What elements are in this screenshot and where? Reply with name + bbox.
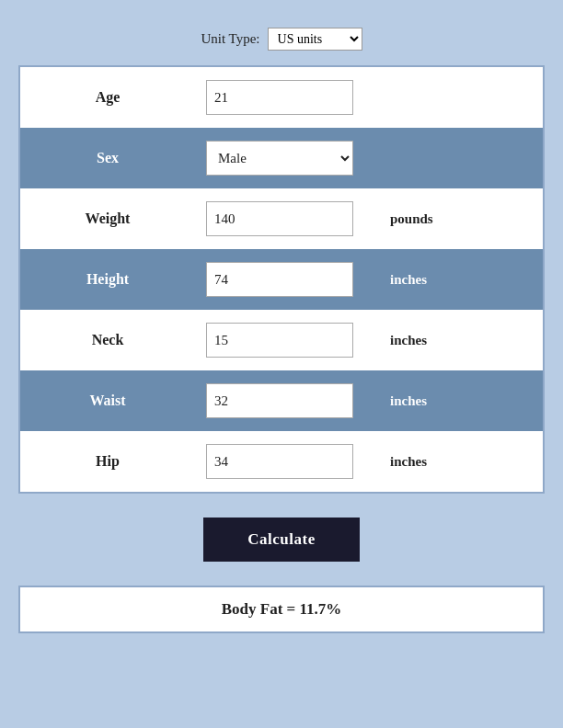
label-neck: Neck xyxy=(20,310,195,370)
unit-weight: pounds xyxy=(379,188,543,249)
calculate-button[interactable]: Calculate xyxy=(203,518,359,562)
form-row-neck: Neckinches xyxy=(20,310,543,370)
input-neck[interactable] xyxy=(206,323,353,358)
input-waist[interactable] xyxy=(206,383,353,418)
form-table-wrapper: AgeSexMaleFemaleWeightpoundsHeightinches… xyxy=(18,65,545,494)
unit-type-select[interactable]: US unitsMetric units xyxy=(268,28,362,51)
input-cell-weight xyxy=(195,188,379,249)
form-row-height: Heightinches xyxy=(20,249,543,310)
label-age: Age xyxy=(20,67,195,128)
form-row-sex: SexMaleFemale xyxy=(20,128,543,188)
result-display: Body Fat = 11.7% xyxy=(18,586,545,633)
input-hip[interactable] xyxy=(206,444,353,479)
label-hip: Hip xyxy=(20,431,195,492)
calc-btn-wrapper: Calculate xyxy=(18,508,545,571)
unit-type-label: Unit Type: xyxy=(201,31,259,47)
label-sex: Sex xyxy=(20,128,195,188)
unit-age xyxy=(379,67,543,128)
input-cell-sex: MaleFemale xyxy=(195,128,379,188)
unit-neck: inches xyxy=(379,310,543,370)
page-wrapper: Unit Type: US unitsMetric units AgeSexMa… xyxy=(18,28,545,633)
input-cell-neck xyxy=(195,310,379,370)
input-cell-age xyxy=(195,67,379,128)
form-row-age: Age xyxy=(20,67,543,128)
unit-type-row: Unit Type: US unitsMetric units xyxy=(201,28,362,51)
input-weight[interactable] xyxy=(206,201,353,236)
form-row-hip: Hipinches xyxy=(20,431,543,492)
input-height[interactable] xyxy=(206,262,353,297)
unit-hip: inches xyxy=(379,431,543,492)
form-row-waist: Waistinches xyxy=(20,370,543,431)
unit-sex xyxy=(379,128,543,188)
input-cell-waist xyxy=(195,370,379,431)
input-cell-height xyxy=(195,249,379,310)
unit-height: inches xyxy=(379,249,543,310)
unit-waist: inches xyxy=(379,370,543,431)
input-age[interactable] xyxy=(206,80,353,115)
label-weight: Weight xyxy=(20,188,195,249)
form-table: AgeSexMaleFemaleWeightpoundsHeightinches… xyxy=(20,67,543,492)
label-height: Height xyxy=(20,249,195,310)
label-waist: Waist xyxy=(20,370,195,431)
select-sex[interactable]: MaleFemale xyxy=(206,141,353,176)
form-row-weight: Weightpounds xyxy=(20,188,543,249)
input-cell-hip xyxy=(195,431,379,492)
